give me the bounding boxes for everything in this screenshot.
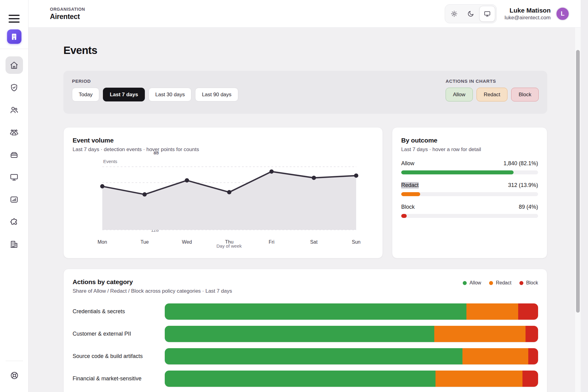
data-point[interactable] [227, 190, 232, 194]
org-name: Airentect [50, 13, 85, 21]
stacked-segment-block [518, 303, 538, 320]
line-chart-svg [102, 167, 356, 230]
org-logo[interactable] [7, 29, 21, 44]
data-point[interactable] [185, 178, 189, 183]
stacked-segment-allow [165, 348, 462, 364]
stacked-segment-block [528, 348, 538, 364]
theme-dark-button[interactable] [463, 6, 479, 22]
sidebar-item-organisations[interactable] [6, 235, 23, 253]
moon-icon [467, 10, 474, 17]
event-volume-title: Event volume [73, 137, 374, 144]
home-icon [9, 61, 19, 70]
puzzle-icon [9, 217, 19, 226]
outcome-label: Allow [401, 160, 414, 167]
data-point[interactable] [312, 176, 316, 180]
scrollbar-thumb[interactable] [576, 50, 580, 313]
legend-label: Block [526, 280, 538, 286]
period-today-button[interactable]: Today [72, 88, 99, 101]
action-block-button[interactable]: Block [511, 88, 539, 101]
user-menu[interactable]: Luke Matison luke@airentect.com L [505, 7, 570, 21]
stacked-segment-allow [165, 371, 435, 387]
sidebar-item-datasets[interactable] [6, 146, 23, 163]
building-logo-icon [10, 32, 18, 41]
stacked-segment-redact [466, 303, 518, 320]
category-row: Source code & build artifacts [73, 348, 538, 364]
page-content: Events PERIOD Today Last 7 days Last 30 … [28, 28, 581, 392]
outcome-bar-track [401, 214, 538, 218]
outcome-row-block[interactable]: Block 89 (4%) [401, 204, 538, 218]
by-outcome-subtitle: Last 7 days · hover a row for detail [401, 147, 538, 153]
menu-toggle-button[interactable] [8, 13, 20, 24]
line-chart-plot[interactable] [102, 167, 356, 230]
stacked-bar[interactable] [165, 303, 538, 320]
data-point[interactable] [354, 173, 358, 178]
period-label: PERIOD [72, 78, 238, 84]
legend-item-allow: Allow [463, 280, 481, 286]
lifebuoy-icon [10, 371, 19, 380]
outcome-row-redact[interactable]: Redact 312 (13.9%) [401, 182, 538, 196]
by-outcome-title: By outcome [401, 137, 538, 144]
sidebar-item-reports[interactable] [6, 191, 23, 208]
stacked-bar[interactable] [165, 348, 538, 364]
category-label: Credentials & secrets [73, 308, 165, 315]
user-email: luke@airentect.com [505, 15, 551, 21]
x-tick: Wed [182, 239, 192, 245]
display-icon [484, 10, 491, 17]
legend-item-block: Block [519, 280, 538, 286]
stacked-bar[interactable] [165, 371, 538, 387]
outcome-bar-fill-allow [401, 170, 514, 174]
sidebar-divider [0, 49, 28, 49]
outcome-value: 1,840 (82.1%) [503, 160, 538, 167]
period-90d-button[interactable]: Last 90 days [195, 88, 238, 101]
sidebar-item-integrations[interactable] [6, 213, 23, 230]
buildings-icon [9, 240, 19, 249]
actions-group: ACTIONS IN CHARTS Allow Redact Block [446, 78, 539, 106]
actions-label: ACTIONS IN CHARTS [446, 78, 539, 84]
stacked-segment-redact [462, 348, 529, 364]
chart-legend: Allow Redact Block [463, 280, 538, 286]
topbar-right: Luke Matison luke@airentect.com L [445, 4, 570, 23]
event-volume-subtitle: Last 7 days · detection events · hover p… [73, 147, 374, 153]
x-axis-label: Day of week [216, 243, 243, 249]
y-tick: 0 [140, 150, 159, 155]
bar-chart-icon [9, 195, 19, 204]
outcome-bar-track [401, 170, 538, 174]
sidebar-item-home[interactable] [6, 56, 23, 74]
theme-light-button[interactable] [446, 6, 462, 22]
category-label: Customer & external PII [73, 331, 165, 337]
stacked-bar[interactable] [165, 326, 538, 342]
org-label: ORGANISATION [50, 7, 85, 12]
data-point[interactable] [100, 184, 104, 188]
cards-row: Event volume Last 7 days · detection eve… [63, 127, 547, 258]
sidebar-item-users[interactable] [6, 101, 23, 119]
stacked-segment-block [526, 326, 538, 342]
data-point[interactable] [270, 169, 274, 174]
action-redact-button[interactable]: Redact [477, 88, 508, 101]
sidebar-item-policies[interactable] [6, 79, 23, 96]
app-window: ORGANISATION Airentect [0, 0, 581, 392]
outcome-row-allow[interactable]: Allow 1,840 (82.1%) [401, 160, 538, 174]
category-subtitle: Share of Allow / Redact / Block across p… [73, 288, 232, 294]
theme-system-button[interactable] [479, 6, 495, 22]
redact-legend-dot [489, 281, 493, 285]
team-icon [9, 128, 19, 137]
action-allow-button[interactable]: Allow [446, 88, 473, 101]
period-30d-button[interactable]: Last 30 days [149, 88, 191, 101]
outcome-bar-track [401, 192, 538, 196]
user-name: Luke Matison [505, 7, 551, 14]
monitor-icon [9, 173, 19, 182]
stacked-segment-allow [165, 326, 434, 342]
scrollbar-track[interactable] [575, 28, 581, 392]
period-7d-button[interactable]: Last 7 days [103, 88, 145, 101]
stacked-segment-allow [165, 303, 466, 320]
y-axis-label: Events [103, 159, 117, 164]
avatar[interactable]: L [556, 7, 570, 21]
sidebar-item-teams[interactable] [6, 124, 23, 141]
filter-panel: PERIOD Today Last 7 days Last 30 days La… [63, 71, 547, 114]
legend-label: Allow [469, 280, 481, 286]
data-point[interactable] [142, 192, 147, 196]
actions-by-category-card: Actions by category Share of Allow / Red… [63, 269, 547, 392]
sidebar-item-help[interactable] [6, 367, 23, 384]
category-label: Source code & build artifacts [73, 353, 165, 360]
sidebar-item-devices[interactable] [6, 168, 23, 186]
